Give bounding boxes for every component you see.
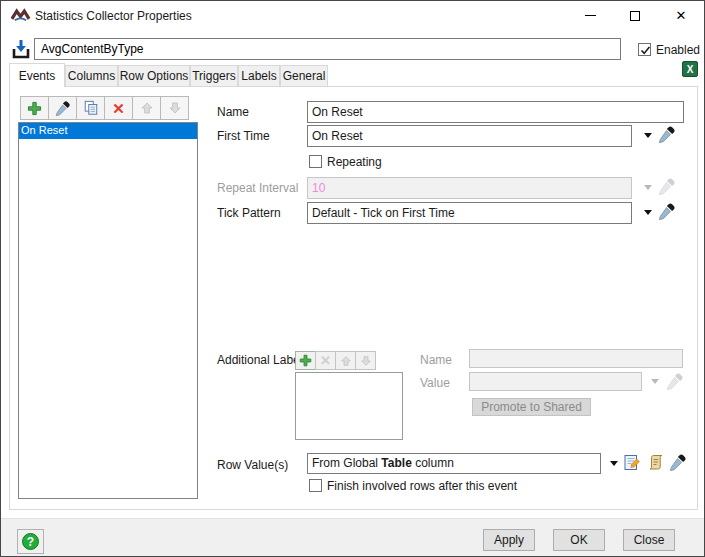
checkmark-icon — [639, 44, 652, 57]
apply-name-icon[interactable] — [11, 38, 31, 59]
promote-to-shared-button: Promote to Shared — [472, 398, 591, 416]
row-values-text: From Global — [312, 456, 381, 470]
row-values-field[interactable]: From Global Table column — [307, 453, 601, 474]
help-icon: ? — [22, 533, 39, 550]
copy-event-button[interactable] — [76, 96, 105, 120]
flexsim-logo-icon — [11, 8, 30, 24]
minimize-button[interactable] — [573, 1, 607, 30]
repeat-interval-dropdown-icon — [644, 185, 652, 194]
delete-x-icon-disabled: ✕ — [320, 354, 331, 367]
enabled-checkbox[interactable] — [638, 43, 651, 56]
eyedropper-icon — [55, 100, 71, 116]
collector-name-input[interactable] — [34, 38, 621, 60]
arrow-down-icon — [360, 355, 372, 367]
window-title: Statistics Collector Properties — [35, 9, 192, 23]
tick-pattern-dropdown-icon[interactable] — [644, 210, 652, 219]
tick-pattern-sampler-icon[interactable] — [658, 202, 676, 220]
close-window-button[interactable]: ✕ — [664, 1, 698, 30]
additional-labels-list[interactable] — [295, 372, 403, 440]
event-list-item-selected[interactable]: On Reset — [19, 123, 197, 139]
arrow-up-icon — [340, 355, 352, 367]
title-bar: Statistics Collector Properties ✕ — [1, 1, 704, 31]
ok-button[interactable]: OK — [553, 529, 605, 551]
repeating-checkbox[interactable] — [309, 155, 322, 168]
finish-rows-label: Finish involved rows after this event — [327, 479, 517, 493]
row-values-text: column — [412, 456, 454, 470]
row-values-code-scroll-icon[interactable] — [647, 454, 665, 472]
tick-pattern-field[interactable] — [307, 202, 632, 224]
event-list-toolbar: ✕ — [20, 96, 188, 120]
minimize-icon — [585, 15, 596, 16]
events-tab-page: ✕ On Reset Name First Time Repeating Rep… — [9, 86, 698, 510]
move-event-up-button — [132, 96, 161, 120]
maximize-button[interactable] — [618, 1, 652, 30]
move-label-up-button — [335, 351, 356, 370]
label-value-sampler-icon-disabled — [666, 372, 684, 390]
close-icon: ✕ — [676, 9, 687, 22]
label-value-dropdown-icon — [651, 379, 659, 388]
row-values-dropdown-icon[interactable] — [610, 461, 618, 470]
add-label-button[interactable] — [295, 351, 316, 370]
tab-columns[interactable]: Columns — [65, 65, 118, 86]
label-name-label: Name — [420, 353, 452, 367]
repeat-interval-label: Repeat Interval — [217, 181, 298, 195]
label-value-field — [469, 372, 642, 391]
first-time-sampler-icon[interactable] — [658, 125, 676, 143]
footer-bar: ? Apply OK Close — [1, 518, 704, 557]
label-value-label: Value — [420, 376, 450, 390]
event-list[interactable]: On Reset — [18, 122, 198, 499]
row-values-text-bold: Table — [381, 456, 411, 470]
additional-labels-toolbar: ✕ — [295, 351, 375, 370]
help-button[interactable]: ? — [17, 529, 44, 554]
row-values-properties-icon[interactable] — [623, 454, 641, 472]
event-name-field[interactable] — [307, 101, 684, 123]
move-label-down-button — [355, 351, 376, 370]
close-button[interactable]: Close — [623, 529, 675, 551]
tick-pattern-label: Tick Pattern — [217, 206, 281, 220]
tab-general[interactable]: General — [280, 65, 328, 86]
name-label: Name — [217, 105, 249, 119]
maximize-icon — [630, 11, 640, 21]
export-excel-icon[interactable]: X — [682, 61, 698, 77]
plus-icon — [27, 101, 42, 116]
statistics-collector-properties-dialog: Statistics Collector Properties ✕ Enable… — [0, 0, 705, 557]
repeating-label: Repeating — [327, 155, 382, 169]
plus-icon — [299, 354, 312, 367]
delete-label-button: ✕ — [315, 351, 336, 370]
first-time-field[interactable] — [307, 125, 632, 147]
apply-button[interactable]: Apply — [483, 529, 535, 551]
row-values-label: Row Value(s) — [217, 458, 288, 472]
tab-events[interactable]: Events — [9, 63, 65, 87]
first-time-dropdown-icon[interactable] — [644, 133, 652, 142]
copy-icon — [83, 100, 99, 116]
delete-x-icon: ✕ — [112, 101, 125, 116]
sample-event-button[interactable] — [48, 96, 77, 120]
label-name-field — [469, 349, 683, 368]
first-time-label: First Time — [217, 129, 270, 143]
move-event-down-button — [160, 96, 189, 120]
arrow-down-icon — [168, 101, 182, 115]
add-event-button[interactable] — [20, 96, 49, 120]
finish-rows-checkbox[interactable] — [309, 479, 322, 492]
row-values-sampler-icon[interactable] — [669, 453, 687, 471]
repeat-interval-field — [307, 177, 632, 199]
repeat-interval-sampler-icon-disabled — [658, 177, 676, 195]
tab-labels[interactable]: Labels — [238, 65, 280, 86]
arrow-up-icon — [140, 101, 154, 115]
delete-event-button[interactable]: ✕ — [104, 96, 133, 120]
tab-triggers[interactable]: Triggers — [190, 65, 238, 86]
tab-row-options[interactable]: Row Options — [118, 65, 190, 86]
enabled-label: Enabled — [656, 43, 700, 57]
